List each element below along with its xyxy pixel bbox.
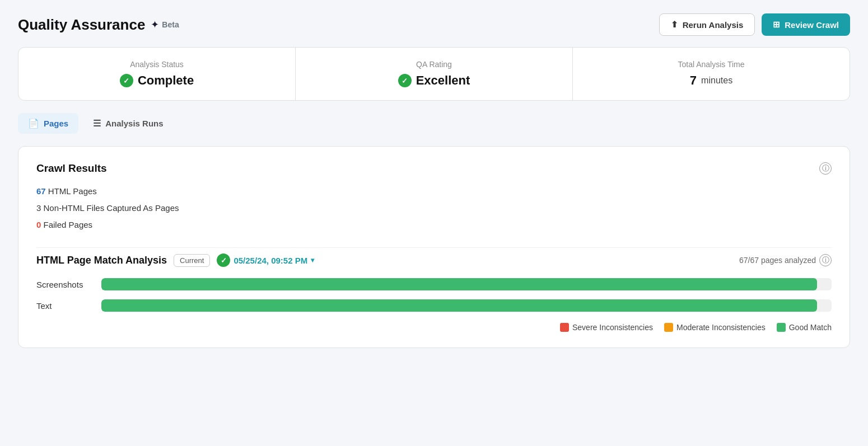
- beta-badge: ✦ Beta: [151, 18, 179, 31]
- html-pages-stat: 67 HTML Pages: [36, 185, 832, 198]
- analysis-runs-tab-icon: ☰: [93, 118, 101, 129]
- non-html-count: 3 Non-HTML Files Captured As Pages: [36, 203, 179, 213]
- pages-analyzed-text: 67/67 pages analyzed: [739, 256, 816, 265]
- qa-rating-text: Excellent: [416, 73, 470, 88]
- failed-pages-label: Failed Pages: [44, 220, 93, 229]
- analysis-date-text: 05/25/24, 09:52 PM: [234, 256, 307, 265]
- non-html-stat: 3 Non-HTML Files Captured As Pages: [36, 201, 832, 215]
- title-area: Quality Assurance ✦ Beta: [18, 16, 179, 34]
- total-time-value: 7 minutes: [690, 73, 732, 88]
- pages-tab-label: Pages: [44, 119, 68, 128]
- screenshots-label: Screenshots: [36, 280, 92, 289]
- tab-pages[interactable]: 📄 Pages: [18, 113, 78, 134]
- good-dot: [777, 323, 786, 332]
- beta-label: Beta: [162, 20, 179, 29]
- rerun-icon: ⬆: [671, 20, 678, 30]
- total-time-label: Total Analysis Time: [678, 60, 744, 69]
- chevron-down-icon: ▾: [311, 256, 314, 264]
- good-label: Good Match: [789, 323, 832, 332]
- review-label: Review Crawl: [785, 20, 839, 30]
- chart-legend: Severe Inconsistencies Moderate Inconsis…: [36, 323, 832, 332]
- tabs-row: 📄 Pages ☰ Analysis Runs: [18, 113, 850, 134]
- moderate-label: Moderate Inconsistencies: [676, 323, 766, 332]
- qa-rating-value: ✓ Excellent: [398, 73, 470, 88]
- sparkle-icon: ✦: [151, 18, 159, 31]
- legend-moderate: Moderate Inconsistencies: [664, 323, 766, 332]
- page-header: Quality Assurance ✦ Beta ⬆ Rerun Analysi…: [18, 13, 850, 36]
- screenshots-bar-fill: [101, 278, 817, 290]
- text-progress-row: Text: [36, 299, 832, 312]
- total-time-section: Total Analysis Time 7 minutes: [573, 48, 850, 100]
- check-icon-qa: ✓: [398, 74, 412, 87]
- analysis-status-section: Analysis Status ✓ Complete: [18, 48, 296, 100]
- screenshots-bar-container: [101, 278, 832, 290]
- analysis-status-label: Analysis Status: [130, 60, 184, 69]
- review-icon: ⊞: [773, 20, 780, 30]
- match-analysis-title: HTML Page Match Analysis: [36, 255, 167, 266]
- html-pages-label: HTML Pages: [48, 186, 97, 196]
- legend-severe: Severe Inconsistencies: [560, 323, 653, 332]
- moderate-dot: [664, 323, 673, 332]
- rerun-button[interactable]: ⬆ Rerun Analysis: [659, 13, 755, 36]
- crawl-results-header: Crawl Results ⓘ: [36, 162, 832, 175]
- qa-rating-label: QA Rating: [416, 60, 452, 69]
- crawl-results-title: Crawl Results: [36, 162, 107, 175]
- crawl-stats: 67 HTML Pages 3 Non-HTML Files Captured …: [36, 185, 832, 232]
- rerun-label: Rerun Analysis: [683, 20, 744, 30]
- time-unit: minutes: [701, 76, 732, 86]
- screenshots-progress-row: Screenshots: [36, 278, 832, 290]
- text-label: Text: [36, 301, 92, 311]
- failed-pages-count: 0: [36, 220, 41, 229]
- check-icon-date: ✓: [217, 253, 230, 267]
- review-crawl-button[interactable]: ⊞ Review Crawl: [762, 13, 850, 36]
- qa-rating-section: QA Rating ✓ Excellent: [296, 48, 573, 100]
- html-pages-count: 67: [36, 186, 46, 196]
- check-icon-status: ✓: [120, 74, 133, 87]
- tab-analysis-runs[interactable]: ☰ Analysis Runs: [83, 113, 173, 134]
- analysis-runs-tab-label: Analysis Runs: [105, 119, 163, 128]
- failed-pages-stat: 0 Failed Pages: [36, 218, 832, 232]
- progress-section: Screenshots Text: [36, 278, 832, 312]
- analysis-status-text: Complete: [138, 73, 194, 88]
- crawl-results-info-icon[interactable]: ⓘ: [819, 162, 832, 175]
- match-analysis-header: HTML Page Match Analysis Current ✓ 05/25…: [36, 247, 832, 267]
- severe-dot: [560, 323, 569, 332]
- page-title: Quality Assurance: [18, 16, 145, 34]
- header-actions: ⬆ Rerun Analysis ⊞ Review Crawl: [659, 13, 850, 36]
- current-badge: Current: [174, 254, 210, 267]
- pages-analyzed-count: 67/67 pages analyzed ⓘ: [739, 254, 832, 266]
- severe-label: Severe Inconsistencies: [572, 323, 653, 332]
- pages-tab-icon: 📄: [28, 118, 39, 129]
- legend-good: Good Match: [777, 323, 832, 332]
- text-bar-container: [101, 299, 832, 312]
- pages-analyzed-info-icon[interactable]: ⓘ: [819, 254, 832, 266]
- main-card: Crawl Results ⓘ 67 HTML Pages 3 Non-HTML…: [18, 146, 850, 348]
- text-bar-fill: [101, 299, 817, 312]
- analysis-status-value: ✓ Complete: [120, 73, 194, 88]
- analysis-date-dropdown[interactable]: ✓ 05/25/24, 09:52 PM ▾: [217, 253, 314, 267]
- time-number: 7: [690, 73, 697, 88]
- status-card: Analysis Status ✓ Complete QA Rating ✓ E…: [18, 47, 850, 101]
